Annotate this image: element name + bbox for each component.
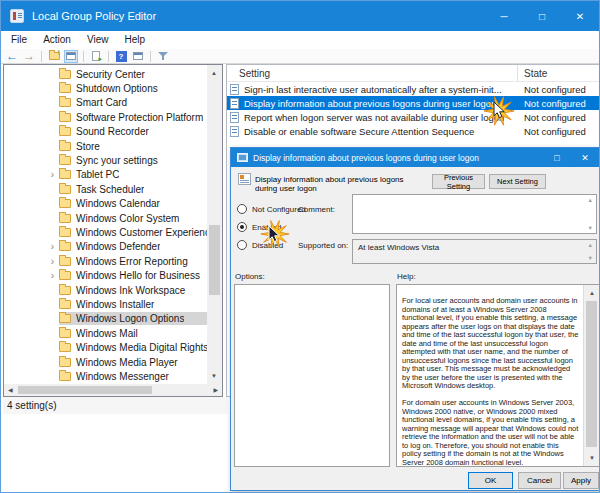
tree-horizontal-scrollbar[interactable]: ◀ ▶: [4, 384, 222, 396]
tree-item[interactable]: Windows Color System: [4, 211, 207, 225]
dialog-close-button[interactable]: ✕: [571, 148, 599, 167]
folder-icon: [59, 343, 71, 352]
maximize-button[interactable]: □: [523, 1, 561, 31]
help-icon[interactable]: ?: [114, 50, 128, 63]
scroll-left-icon[interactable]: ◀: [8, 387, 13, 393]
tree-item[interactable]: Windows Ink Workspace: [4, 283, 207, 297]
window-titlebar: Local Group Policy Editor ─ □ ✕: [1, 1, 599, 31]
dialog-titlebar: Display information about previous logon…: [231, 148, 599, 167]
minimize-button[interactable]: ─: [485, 1, 523, 31]
table-row[interactable]: Display information about previous logon…: [227, 96, 599, 110]
policy-doc-icon: [230, 126, 239, 137]
tree-item[interactable]: Sound Recorder: [4, 125, 207, 139]
menu-view[interactable]: View: [79, 31, 117, 49]
tree-item[interactable]: Windows Media Digital Rights: [4, 340, 207, 354]
show-console-tree-icon[interactable]: [64, 50, 78, 63]
scroll-up-icon[interactable]: ▲: [589, 290, 595, 296]
radio-circle-icon: [237, 204, 247, 214]
filter-icon[interactable]: [156, 50, 170, 63]
back-icon[interactable]: ←: [5, 50, 19, 63]
scroll-down-icon[interactable]: ▼: [589, 455, 595, 461]
help-label: Help:: [397, 272, 416, 281]
cancel-button[interactable]: Cancel: [518, 472, 561, 489]
help-scrollbar[interactable]: ▲ ▼: [583, 285, 599, 466]
folder-icon: [59, 242, 71, 251]
tree-item[interactable]: Windows Logon Options: [4, 312, 207, 326]
apply-button[interactable]: Apply: [563, 472, 599, 489]
menu-help[interactable]: Help: [116, 31, 153, 49]
tree-item[interactable]: Sync your settings: [4, 153, 207, 167]
tree-item[interactable]: Smart Card: [4, 96, 207, 110]
radio-not-configured[interactable]: Not Configured: [237, 204, 306, 214]
tree-item-label: Windows Ink Workspace: [76, 285, 185, 296]
comment-input[interactable]: [353, 195, 596, 233]
tree-item[interactable]: ›Tablet PC: [4, 168, 207, 182]
tree-item[interactable]: Windows Calendar: [4, 197, 207, 211]
tree-item[interactable]: ›Windows Hello for Business: [4, 268, 207, 282]
tree-item-label: Windows Hello for Business: [76, 270, 200, 281]
tree-item[interactable]: Store: [4, 139, 207, 153]
folder-icon: [59, 271, 71, 280]
tree-item[interactable]: Windows Installer: [4, 297, 207, 311]
ok-button[interactable]: OK: [468, 472, 513, 489]
next-setting-button[interactable]: Next Setting: [489, 174, 546, 189]
action-pane-icon[interactable]: [131, 50, 145, 63]
list-rows: Sign-in last interactive user automatica…: [227, 82, 599, 138]
radio-disabled[interactable]: Disabled: [237, 240, 283, 250]
scroll-down-icon[interactable]: ▼: [211, 373, 217, 379]
folder-icon: [59, 199, 71, 208]
table-row[interactable]: Sign-in last interactive user automatica…: [227, 82, 599, 96]
help-text: For local user accounts and domain user …: [397, 285, 583, 466]
expander-icon[interactable]: ›: [46, 255, 59, 268]
scroll-down-icon[interactable]: ▼: [588, 225, 593, 231]
tree-item[interactable]: Windows Media Player: [4, 355, 207, 369]
column-header-setting[interactable]: Setting: [227, 65, 518, 81]
expander-icon[interactable]: ›: [46, 168, 59, 181]
folder-icon: [59, 127, 71, 136]
table-row[interactable]: Report when logon server was not availab…: [227, 110, 599, 124]
scrollbar-thumb[interactable]: [586, 301, 597, 447]
folder-icon: [59, 300, 71, 309]
tree-item[interactable]: Windows Mail: [4, 326, 207, 340]
column-header-state[interactable]: State: [518, 65, 599, 82]
policy-setting-dialog: Display information about previous logon…: [230, 147, 600, 491]
folder-icon: [59, 185, 71, 194]
scroll-right-icon[interactable]: ▶: [213, 387, 218, 393]
tree-item[interactable]: ›Windows Error Reporting: [4, 254, 207, 268]
tree-item-label: Task Scheduler: [76, 184, 144, 195]
policy-doc-icon: [230, 98, 239, 109]
folder-icon: [59, 156, 71, 165]
tree-item[interactable]: Software Protection Platform: [4, 110, 207, 124]
tree-item-label: Security Center: [76, 69, 145, 80]
local-group-policy-editor-window: Local Group Policy Editor ─ □ ✕ File Act…: [0, 0, 600, 493]
tree-item[interactable]: Windows Messenger: [4, 369, 207, 383]
radio-enabled[interactable]: Enabled: [237, 222, 281, 232]
table-row[interactable]: Disable or enable software Secure Attent…: [227, 124, 599, 138]
state-cell: Not configured: [518, 98, 599, 109]
tree-vertical-scrollbar[interactable]: ▲ ▼: [207, 65, 222, 384]
scrollbar-thumb[interactable]: [209, 225, 220, 295]
menu-action[interactable]: Action: [35, 31, 79, 49]
menu-file[interactable]: File: [3, 31, 35, 49]
tree-item-label: Windows Calendar: [76, 198, 160, 209]
scroll-down-icon: ▼: [588, 255, 593, 261]
previous-setting-button[interactable]: Previous Setting: [432, 174, 485, 189]
scroll-up-icon[interactable]: ▲: [588, 197, 593, 203]
scrollbar-thumb[interactable]: [18, 386, 152, 394]
forward-icon[interactable]: →: [22, 50, 36, 63]
tree-item[interactable]: Security Center: [4, 67, 207, 81]
tree-item[interactable]: Task Scheduler: [4, 182, 207, 196]
dialog-maximize-button[interactable]: □: [543, 148, 571, 167]
export-list-icon[interactable]: ▸: [89, 50, 103, 63]
state-cell: Not configured: [518, 112, 599, 123]
tree-item[interactable]: ›Windows Defender: [4, 240, 207, 254]
close-button[interactable]: ✕: [561, 1, 599, 31]
folder-icon: [59, 113, 71, 122]
tree-item[interactable]: Shutdown Options: [4, 81, 207, 95]
up-one-level-icon[interactable]: ↑: [47, 50, 61, 63]
expander-icon[interactable]: ›: [46, 240, 59, 253]
expander-icon[interactable]: ›: [46, 269, 59, 282]
toolbar-separator: [108, 51, 109, 62]
scroll-up-icon[interactable]: ▲: [211, 70, 217, 76]
tree-item[interactable]: Windows Customer Experience: [4, 225, 207, 239]
